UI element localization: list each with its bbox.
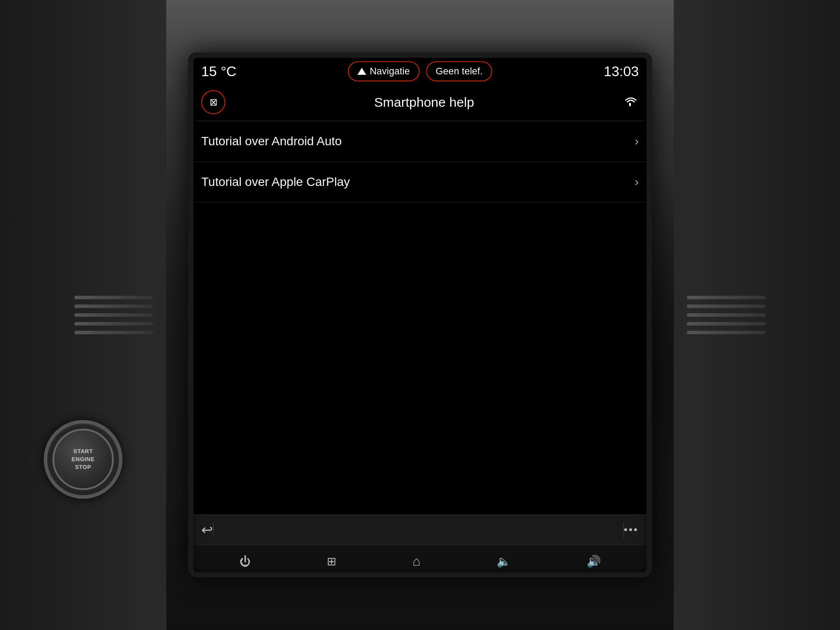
apple-carplay-chevron: › bbox=[635, 175, 639, 189]
right-vent bbox=[687, 296, 766, 334]
top-bar: 15 °C Navigatie Geen telef. 13:03 bbox=[188, 52, 652, 88]
start-button-line3: STOP bbox=[75, 463, 91, 471]
start-button-line1: START bbox=[74, 448, 93, 455]
more-options-button[interactable]: ••• bbox=[624, 524, 639, 536]
bottom-function-bar: ⏻ ⊞ ⌂ 🔈 🔊 bbox=[188, 545, 652, 578]
right-dashboard-area bbox=[674, 0, 840, 630]
time-display: 13:03 bbox=[604, 63, 639, 80]
left-dashboard-area: START ENGINE STOP bbox=[0, 0, 166, 630]
separator-left bbox=[213, 522, 214, 538]
navigation-button[interactable]: Navigatie bbox=[348, 61, 420, 81]
menu-item-apple-carplay[interactable]: Tutorial over Apple CarPlay › bbox=[188, 162, 652, 203]
screen-content: 15 °C Navigatie Geen telef. 13:03 ⊠ bbox=[188, 52, 652, 578]
android-auto-chevron: › bbox=[635, 134, 639, 148]
back-button[interactable]: ↩ bbox=[201, 522, 213, 538]
menu-item-android-auto[interactable]: Tutorial over Android Auto › bbox=[188, 121, 652, 162]
volume-down-button[interactable]: 🔈 bbox=[497, 555, 511, 568]
volume-up-button[interactable]: 🔊 bbox=[587, 555, 601, 568]
screen-title: Smartphone help bbox=[225, 95, 623, 110]
power-button[interactable]: ⏻ bbox=[239, 555, 251, 568]
android-auto-label: Tutorial over Android Auto bbox=[201, 134, 342, 148]
main-content-area bbox=[188, 203, 652, 514]
main-screen: 15 °C Navigatie Geen telef. 13:03 ⊠ bbox=[188, 52, 652, 578]
svg-rect-0 bbox=[629, 103, 631, 106]
navigation-icon bbox=[357, 68, 366, 75]
start-button-line2: ENGINE bbox=[72, 455, 95, 463]
phone-button[interactable]: Geen telef. bbox=[426, 61, 493, 81]
grid-button[interactable]: ⊞ bbox=[327, 555, 336, 568]
bottom-control-bar: ↩ ••• bbox=[188, 514, 652, 545]
back-icon-button[interactable]: ⊠ bbox=[201, 90, 225, 114]
apple-carplay-label: Tutorial over Apple CarPlay bbox=[201, 175, 350, 189]
phone-label: Geen telef. bbox=[436, 66, 483, 77]
navigation-label: Navigatie bbox=[370, 66, 410, 77]
home-button[interactable]: ⌂ bbox=[413, 554, 420, 569]
second-bar: ⊠ Smartphone help bbox=[188, 88, 652, 121]
back-icon: ⊠ bbox=[210, 97, 217, 108]
left-vent bbox=[74, 296, 153, 334]
start-engine-button[interactable]: START ENGINE STOP bbox=[44, 420, 122, 499]
wifi-icon bbox=[623, 94, 639, 110]
temperature-display: 15 °C bbox=[201, 63, 236, 80]
top-buttons: Navigatie Geen telef. bbox=[348, 61, 492, 81]
car-interior: START ENGINE STOP 15 °C bbox=[0, 0, 840, 630]
